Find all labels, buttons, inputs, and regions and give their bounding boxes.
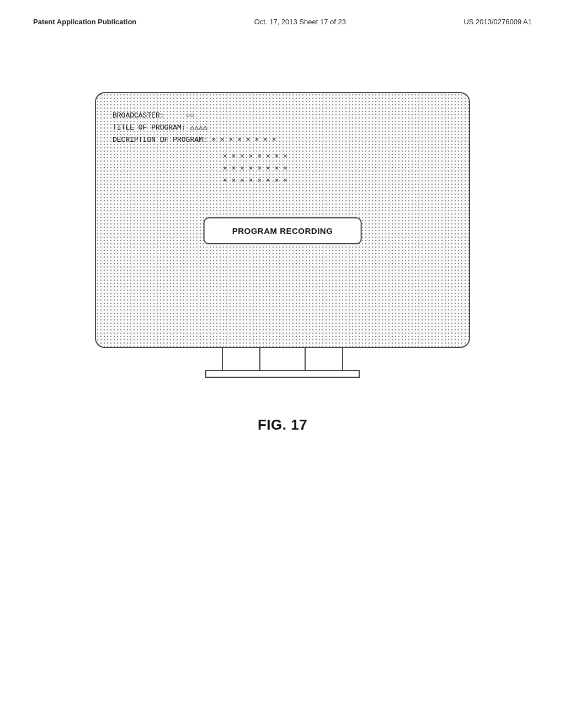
tv-screen: BROADCASTER: ○○ TITLE OF PROGRAM: △△△△ D… — [96, 93, 469, 347]
desc-line-1: × × × × × × × × — [223, 151, 452, 163]
title-label: TITLE OF PROGRAM: — [113, 124, 186, 132]
title-value: △△△△ — [190, 124, 207, 132]
tv-base — [205, 370, 360, 378]
tv-diagram: BROADCASTER: ○○ TITLE OF PROGRAM: △△△△ D… — [95, 92, 470, 378]
broadcaster-value: ○○ — [186, 111, 195, 120]
main-content: BROADCASTER: ○○ TITLE OF PROGRAM: △△△△ D… — [0, 92, 565, 433]
program-info: BROADCASTER: ○○ TITLE OF PROGRAM: △△△△ D… — [113, 110, 452, 146]
desc-line-2: × × × × × × × × — [223, 163, 452, 175]
page-header: Patent Application Publication Oct. 17, … — [0, 0, 565, 26]
desc-line-3: × × × × × × × × — [223, 175, 452, 187]
patent-number: US 2013/0276009 A1 — [463, 18, 532, 26]
program-recording-button[interactable]: PROGRAM RECORDING — [204, 217, 362, 244]
publication-label: Patent Application Publication — [33, 18, 136, 26]
broadcaster-label: BROADCASTER: — [113, 111, 164, 120]
tv-stand — [95, 348, 470, 378]
title-line: TITLE OF PROGRAM: △△△△ — [113, 122, 452, 134]
tv-neck-left — [222, 348, 260, 370]
tv-neck-right — [305, 348, 343, 370]
description-label: DECRIPTION OF PROGRAM: — [113, 136, 207, 144]
broadcaster-line: BROADCASTER: ○○ — [113, 110, 452, 122]
sheet-info: Oct. 17, 2013 Sheet 17 of 23 — [254, 18, 346, 26]
description-value: × × × × × × × × — [211, 136, 276, 144]
description-continuation: × × × × × × × × × × × × × × × × × × × × … — [113, 151, 452, 187]
tv-neck — [222, 348, 343, 370]
tv-screen-wrapper: BROADCASTER: ○○ TITLE OF PROGRAM: △△△△ D… — [95, 92, 470, 348]
figure-label: FIG. 17 — [258, 416, 307, 433]
description-line: DECRIPTION OF PROGRAM: × × × × × × × × — [113, 134, 452, 146]
